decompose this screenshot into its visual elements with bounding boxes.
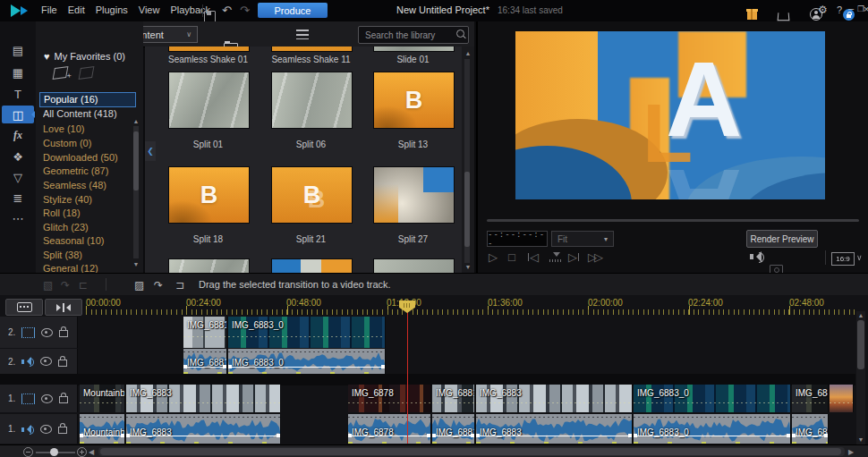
timeline-clip[interactable]: IMG_6883 (126, 414, 281, 444)
media-room-icon[interactable]: ▤ (2, 41, 34, 59)
effect-room-icon[interactable]: fx (2, 126, 34, 144)
lock-track-icon[interactable] (58, 360, 67, 367)
category-seasonal[interactable]: Seasonal (10) (43, 234, 136, 248)
store-gift-icon[interactable] (747, 12, 757, 20)
menu-file[interactable]: File (41, 4, 57, 15)
volume-node[interactable] (183, 365, 187, 368)
category-downloaded[interactable]: Downloaded (50) (43, 151, 136, 165)
timeline-clip[interactable]: IMG_6881 (432, 385, 475, 412)
eye-visibility-icon[interactable] (41, 394, 53, 403)
volume-node[interactable] (787, 434, 790, 437)
more-rooms-icon[interactable]: ⋯ (2, 209, 34, 227)
timeline-clip[interactable]: IMG_6883_0 (228, 317, 386, 348)
menu-plugins[interactable]: Plugins (96, 4, 128, 15)
timeline-clip[interactable]: IMG_6886 (792, 414, 829, 444)
help-icon[interactable]: ? (837, 4, 842, 15)
stop-button[interactable]: □ (508, 250, 515, 264)
lock-track-icon[interactable] (59, 330, 68, 337)
redo-icon[interactable]: ↷ (240, 4, 250, 17)
volume-node[interactable] (628, 434, 632, 437)
transition-tile[interactable]: B (373, 72, 455, 129)
settings-gear-icon[interactable]: ⚙ (818, 4, 828, 16)
aspect-ratio-badge[interactable]: 16:9 (831, 252, 855, 266)
volume-node[interactable] (471, 434, 474, 437)
collapse-panel-handle[interactable]: ❮ (145, 141, 156, 161)
produce-button[interactable]: Produce (258, 3, 328, 18)
timeline-clip[interactable]: IMG_6883 (476, 414, 633, 444)
category-roll[interactable]: Roll (18) (43, 207, 136, 220)
next-frame-button[interactable]: ▷ (568, 250, 579, 264)
timeline-vscrollbar[interactable]: ▲ ▼ (856, 311, 865, 444)
track-manager-button[interactable] (5, 299, 43, 316)
category-split[interactable]: Split (38) (43, 249, 136, 262)
timeline-clip[interactable]: IMG_6881 (183, 317, 227, 348)
timeline-clip[interactable]: IMG_6883 (126, 385, 281, 412)
volume-envelope-line[interactable] (792, 436, 828, 436)
transition-tile[interactable]: V (271, 258, 353, 273)
volume-node[interactable] (277, 434, 280, 437)
apply-transition-icon[interactable]: ↷ (154, 279, 163, 292)
timeline-clip[interactable]: IMG_6883 (476, 385, 633, 412)
scroll-up-icon[interactable]: ▲ (464, 50, 472, 56)
lock-track-icon[interactable] (59, 396, 68, 403)
transition-room-icon[interactable]: ◫ (2, 106, 34, 123)
zoom-slider-handle[interactable] (50, 448, 58, 456)
category-stylize[interactable]: Stylize (40) (43, 193, 136, 207)
category-scrollbar[interactable] (133, 126, 139, 258)
volume-node[interactable] (476, 434, 480, 437)
zoom-in-icon[interactable] (77, 447, 87, 457)
save-icon[interactable] (204, 11, 216, 22)
list-view-icon[interactable] (296, 30, 309, 39)
transition-tile[interactable]: B (271, 166, 353, 224)
title-room-icon[interactable]: ▦ (2, 63, 34, 81)
fit-timeline-button[interactable] (45, 299, 82, 316)
category-seamless[interactable]: Seamless (48) (43, 179, 136, 192)
category-glitch[interactable]: Glitch (23) (43, 221, 136, 234)
eye-visibility-icon[interactable] (41, 328, 53, 337)
transition-tile-partial[interactable] (168, 47, 250, 52)
transition-tile[interactable] (373, 166, 455, 224)
timeline-clip[interactable]: IMG_6881 (183, 349, 227, 374)
timeline-clip[interactable]: IMG_6883_0 (634, 414, 791, 444)
volume-envelope-line[interactable] (634, 436, 790, 436)
volume-envelope-line[interactable] (80, 436, 124, 436)
volume-envelope-line[interactable] (476, 436, 632, 436)
transition-tile[interactable]: B (168, 166, 250, 224)
minimize-icon[interactable]: – (848, 3, 854, 13)
scroll-down-icon[interactable]: ▼ (132, 261, 140, 267)
volume-node[interactable] (381, 365, 385, 368)
seek-button[interactable] (549, 252, 561, 263)
timeline-clip[interactable]: IMG_6878 (348, 385, 431, 412)
volume-node[interactable] (427, 434, 430, 437)
zoom-fit-dropdown[interactable]: Fit▾ (551, 231, 614, 247)
volume-node[interactable] (634, 434, 637, 437)
timeline-clip[interactable]: IMG_6886 (792, 385, 829, 412)
menu-edit[interactable]: Edit (68, 4, 85, 15)
scroll-up-icon[interactable]: ▲ (132, 118, 140, 124)
volume-node[interactable] (348, 434, 352, 437)
menu-view[interactable]: View (139, 4, 160, 15)
eye-visibility-icon[interactable] (40, 357, 52, 366)
category-love[interactable]: Love (10) (43, 123, 136, 136)
particle-room-icon[interactable]: ▽ (2, 168, 34, 186)
volume-envelope-line[interactable] (126, 436, 280, 436)
timeline-clip[interactable] (830, 385, 854, 412)
text-room-icon[interactable]: T (2, 85, 34, 103)
volume-node[interactable] (126, 434, 130, 437)
chevron-down-icon[interactable]: ∨ (856, 253, 863, 262)
volume-node[interactable] (121, 434, 124, 437)
transition-tile[interactable] (168, 258, 250, 273)
timeline-clip[interactable]: Mountainb (80, 414, 125, 444)
close-icon[interactable]: × (864, 4, 868, 14)
search-icon[interactable] (456, 30, 464, 38)
category-popular[interactable]: Popular (16) (39, 92, 136, 107)
scroll-down-icon[interactable]: ▼ (857, 436, 864, 443)
volume-envelope-line[interactable] (432, 436, 474, 436)
scroll-down-icon[interactable]: ▼ (464, 264, 472, 270)
category-geometric[interactable]: Geometric (87) (43, 165, 136, 178)
to-track-icon[interactable]: ⊐ (175, 279, 184, 292)
fast-forward-button[interactable]: ▷▷ (588, 250, 600, 264)
transition-tile-partial[interactable] (373, 47, 455, 52)
eye-visibility-icon[interactable] (40, 425, 52, 434)
timeline-clip[interactable]: Mountainb (80, 385, 125, 412)
